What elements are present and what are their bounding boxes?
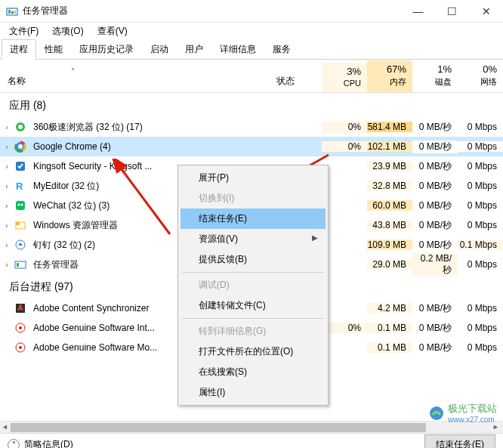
scroll-right-icon[interactable]: ► — [492, 423, 501, 431]
disk-cell: 0 MB/秒 — [412, 160, 458, 173]
app-icon — [14, 159, 27, 173]
tab-services[interactable]: 服务 — [264, 39, 299, 60]
column-network[interactable]: 0%网络 — [458, 60, 503, 92]
disk-cell: 0 MB/秒 — [412, 341, 458, 354]
network-cell: 0 Mbps — [458, 141, 503, 152]
menu-feedback[interactable]: 提供反馈(B) — [181, 249, 326, 270]
disk-cell: 0 MB/秒 — [412, 322, 458, 335]
network-cell: 0 Mbps — [458, 161, 503, 171]
scroll-thumb[interactable] — [11, 423, 426, 432]
app-icon — [14, 199, 27, 212]
tab-details[interactable]: 详细信息 — [211, 39, 264, 60]
memory-cell: 60.0 MB — [367, 200, 412, 211]
memory-cell: 581.4 MB — [367, 122, 412, 132]
svg-point-22 — [19, 346, 22, 349]
watermark-name: 极光下载站 — [448, 402, 497, 416]
network-cell: 0.1 Mbps — [458, 239, 503, 250]
menu-expand[interactable]: 展开(P) — [181, 168, 326, 188]
menu-resource-values[interactable]: 资源值(V)▶ — [181, 229, 326, 249]
context-menu: 展开(P) 切换到(I) 结束任务(E) 资源值(V)▶ 提供反馈(B) 调试(… — [177, 165, 329, 406]
process-name: Google Chrome (4) — [32, 141, 322, 152]
network-cell: 0 Mbps — [458, 259, 503, 270]
memory-cell: 29.0 MB — [367, 259, 412, 270]
memory-cell: 102.1 MB — [367, 141, 412, 152]
cpu-cell: 0% — [322, 141, 367, 152]
end-task-button[interactable]: 结束任务(E) — [424, 434, 495, 448]
menu-open-location[interactable]: 打开文件所在的位置(O) — [181, 341, 326, 362]
menu-separator — [182, 318, 324, 319]
sort-indicator[interactable]: ˄ — [71, 67, 75, 76]
disk-cell: 0.2 MB/秒 — [412, 253, 458, 277]
expand-icon[interactable]: › — [0, 162, 14, 171]
column-cpu[interactable]: 3%CPU — [322, 63, 367, 92]
expand-icon[interactable]: › — [0, 123, 14, 131]
expand-icon[interactable]: › — [0, 241, 14, 249]
menu-debug: 调试(D) — [181, 275, 326, 295]
maximize-button[interactable]: ☐ — [435, 0, 469, 23]
app-icon — [14, 218, 27, 232]
disk-cell: 0 MB/秒 — [412, 302, 458, 315]
svg-rect-3 — [14, 11, 16, 14]
svg-rect-1 — [8, 10, 11, 14]
network-cell: 0 Mbps — [458, 181, 503, 191]
menu-view[interactable]: 查看(V) — [93, 23, 132, 39]
statusbar: ˄ 简略信息(D) 结束任务(E) — [0, 433, 503, 448]
process-name: 360极速浏览器 (32 位) (17) — [32, 121, 322, 134]
fewer-details-label[interactable]: 简略信息(D) — [24, 438, 73, 448]
watermark-url: www.x27.com — [448, 416, 497, 424]
tab-startup[interactable]: 启动 — [142, 39, 177, 60]
submenu-arrow-icon: ▶ — [312, 233, 318, 242]
menu-go-details: 转到详细信息(G) — [181, 321, 326, 341]
process-row[interactable]: › 360极速浏览器 (32 位) (17) 0% 581.4 MB 0 MB/… — [0, 117, 503, 137]
disk-cell: 0 MB/秒 — [412, 219, 458, 232]
network-cell: 0 Mbps — [458, 200, 503, 211]
memory-cell: 43.8 MB — [367, 220, 412, 230]
window-title: 任务管理器 — [23, 5, 401, 17]
svg-text:R: R — [16, 181, 23, 192]
close-button[interactable]: ✕ — [469, 0, 503, 23]
column-memory[interactable]: 67%内存 — [367, 60, 412, 92]
expand-icon[interactable]: › — [0, 143, 14, 151]
titlebar: 任务管理器 — ☐ ✕ — [0, 0, 503, 23]
app-icon — [14, 238, 27, 252]
tab-users[interactable]: 用户 — [177, 39, 211, 60]
menu-file[interactable]: 文件(F) — [5, 23, 43, 39]
disk-cell: 0 MB/秒 — [412, 121, 458, 134]
svg-point-5 — [18, 125, 23, 129]
tab-apphistory[interactable]: 应用历史记录 — [71, 39, 142, 60]
app-icon — [14, 140, 27, 153]
menu-create-dump[interactable]: 创建转储文件(C) — [181, 295, 326, 316]
menu-end-task[interactable]: 结束任务(E) — [181, 209, 326, 229]
app-icon — [14, 301, 27, 315]
disk-cell: 0 MB/秒 — [412, 180, 458, 193]
tabs: 进程 性能 应用历史记录 启动 用户 详细信息 服务 — [0, 39, 503, 60]
expand-icon[interactable]: › — [0, 221, 14, 230]
tab-performance[interactable]: 性能 — [36, 39, 71, 60]
menu-properties[interactable]: 属性(I) — [181, 382, 326, 403]
menu-options[interactable]: 选项(O) — [48, 23, 88, 39]
fewer-details-icon[interactable]: ˄ — [8, 439, 20, 449]
svg-rect-17 — [17, 263, 19, 267]
tab-processes[interactable]: 进程 — [2, 39, 36, 60]
network-cell: 0 Mbps — [458, 122, 503, 132]
group-apps[interactable]: 应用 (8) — [0, 93, 503, 117]
app-icon — [14, 321, 27, 335]
app-icon — [14, 341, 27, 354]
scroll-left-icon[interactable]: ◄ — [2, 423, 11, 431]
menu-search-online[interactable]: 在线搜索(S) — [181, 362, 326, 382]
process-row[interactable]: › Google Chrome (4) 0% 102.1 MB 0 MB/秒 0… — [0, 137, 503, 156]
cpu-cell: 0% — [322, 323, 367, 333]
svg-point-7 — [18, 144, 23, 149]
expand-icon[interactable]: › — [0, 261, 14, 269]
column-name[interactable]: 名称 — [8, 75, 26, 88]
app-icon: R — [14, 179, 27, 193]
svg-rect-13 — [16, 222, 20, 225]
minimize-button[interactable]: — — [401, 0, 435, 23]
expand-icon[interactable]: › — [0, 182, 14, 190]
column-disk[interactable]: 1%磁盘 — [412, 60, 458, 92]
memory-cell: 0.1 MB — [367, 342, 412, 353]
memory-cell: 109.9 MB — [367, 239, 412, 250]
column-status[interactable]: 状态 — [276, 75, 322, 92]
disk-cell: 0 MB/秒 — [412, 141, 458, 153]
expand-icon[interactable]: › — [0, 202, 14, 210]
